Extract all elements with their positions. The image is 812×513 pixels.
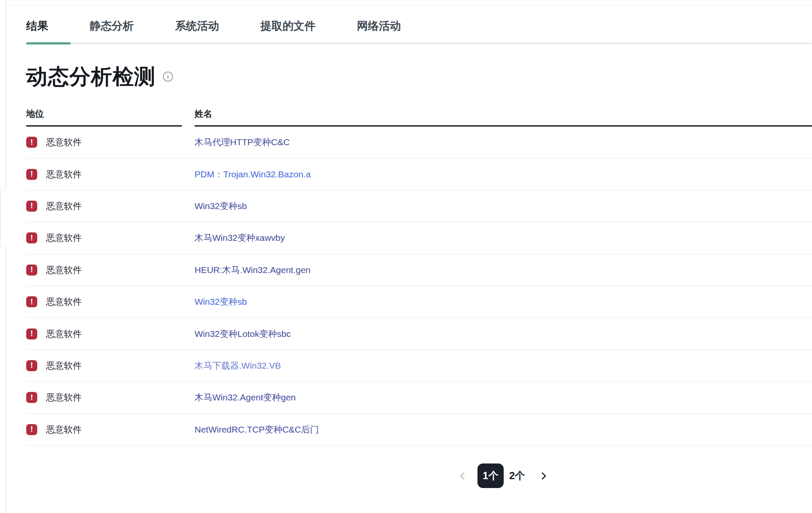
malware-alert-icon: ! bbox=[26, 169, 37, 180]
tab-bar: 结果静态分析系统活动提取的文件网络活动 bbox=[26, 19, 812, 33]
tab-label: 提取的文件 bbox=[261, 19, 315, 32]
status-label: 恶意软件 bbox=[46, 296, 82, 308]
name-cell: Win32变种sb bbox=[195, 296, 812, 308]
detection-name-link[interactable]: 木马Win32.Agent变种gen bbox=[195, 392, 296, 402]
table-body: ! 恶意软件 木马代理HTTP变种C&C ! 恶意软件 PDM：Trojan.W… bbox=[26, 127, 812, 446]
tab-label: 网络活动 bbox=[357, 19, 401, 32]
name-cell: 木马Win32.Agent变种gen bbox=[195, 392, 812, 403]
pagination: 1个2个 bbox=[461, 463, 545, 489]
status-cell: ! 恶意软件 bbox=[26, 424, 182, 436]
status-label: 恶意软件 bbox=[46, 136, 82, 148]
tab-label: 结果 bbox=[26, 19, 48, 32]
pagination-page-button[interactable]: 1个 bbox=[477, 463, 504, 488]
pagination-pages: 1个2个 bbox=[477, 463, 528, 488]
detection-name-link[interactable]: 木马代理HTTP变种C&C bbox=[195, 137, 290, 147]
detection-name-link[interactable]: NetWiredRC.TCP变种C&C后门 bbox=[195, 425, 319, 434]
name-cell: Win32变种Lotok变种sbc bbox=[195, 328, 812, 340]
page-title: 动态分析检测 bbox=[26, 64, 156, 89]
chevron-right-icon bbox=[539, 472, 546, 480]
detection-name-link[interactable]: Win32变种sb bbox=[195, 297, 247, 306]
detection-name-link[interactable]: Win32变种Lotok变种sbc bbox=[195, 329, 291, 339]
table-row: ! 恶意软件 NetWiredRC.TCP变种C&C后门 bbox=[26, 414, 812, 446]
status-cell: ! 恶意软件 bbox=[26, 136, 182, 148]
malware-alert-icon: ! bbox=[26, 232, 37, 243]
status-cell: ! 恶意软件 bbox=[26, 232, 182, 244]
status-label: 恶意软件 bbox=[46, 424, 82, 436]
status-cell: ! 恶意软件 bbox=[26, 296, 182, 308]
malware-alert-icon: ! bbox=[26, 360, 37, 371]
malware-alert-icon: ! bbox=[26, 137, 37, 148]
pagination-page-button[interactable]: 2个 bbox=[506, 463, 528, 488]
info-icon[interactable]: i bbox=[163, 72, 173, 82]
tab-2[interactable]: 系统活动 bbox=[175, 19, 219, 33]
name-cell: PDM：Trojan.Win32.Bazon.a bbox=[195, 168, 812, 180]
malware-alert-icon: ! bbox=[26, 265, 37, 276]
status-cell: ! 恶意软件 bbox=[26, 328, 182, 340]
tab-1[interactable]: 静态分析 bbox=[90, 19, 134, 33]
name-cell: NetWiredRC.TCP变种C&C后门 bbox=[195, 424, 812, 436]
detection-name-link[interactable]: PDM：Trojan.Win32.Bazon.a bbox=[195, 169, 311, 179]
tab-label: 静态分析 bbox=[90, 19, 134, 32]
detection-name-link[interactable]: Win32变种sb bbox=[195, 201, 247, 211]
table-row: ! 恶意软件 木马下载器.Win32.VB bbox=[26, 350, 812, 382]
status-label: 恶意软件 bbox=[46, 328, 82, 340]
table-row: ! 恶意软件 Win32变种sb bbox=[26, 286, 812, 318]
table-row: ! 恶意软件 木马Win32.Agent变种gen bbox=[26, 382, 812, 414]
status-cell: ! 恶意软件 bbox=[26, 200, 182, 212]
name-cell: 木马下载器.Win32.VB bbox=[195, 360, 812, 372]
malware-alert-icon: ! bbox=[26, 201, 37, 212]
table-row: ! 恶意软件 Win32变种sb bbox=[26, 190, 812, 222]
table-header: 地位 姓名 bbox=[26, 108, 812, 127]
name-cell: HEUR:木马.Win32.Agent.gen bbox=[195, 264, 812, 276]
table-row: ! 恶意软件 PDM：Trojan.Win32.Bazon.a bbox=[26, 158, 812, 190]
table-row: ! 恶意软件 HEUR:木马.Win32.Agent.gen bbox=[26, 254, 812, 286]
status-label: 恶意软件 bbox=[46, 168, 82, 180]
status-cell: ! 恶意软件 bbox=[26, 168, 182, 180]
chevron-left-icon bbox=[460, 472, 467, 480]
detection-name-link[interactable]: HEUR:木马.Win32.Agent.gen bbox=[195, 265, 310, 275]
status-label: 恶意软件 bbox=[46, 264, 82, 276]
table-row: ! 恶意软件 木马Win32变种xawvby bbox=[26, 222, 812, 254]
column-header-name: 姓名 bbox=[195, 108, 812, 127]
active-tab-underline bbox=[26, 42, 71, 44]
status-label: 恶意软件 bbox=[46, 232, 82, 244]
tab-4[interactable]: 网络活动 bbox=[357, 19, 401, 33]
tab-3[interactable]: 提取的文件 bbox=[261, 19, 315, 33]
status-label: 恶意软件 bbox=[46, 200, 82, 212]
detection-name-link[interactable]: 木马Win32变种xawvby bbox=[195, 233, 285, 243]
table-row: ! 恶意软件 Win32变种Lotok变种sbc bbox=[26, 318, 812, 350]
tab-0[interactable]: 结果 bbox=[26, 19, 48, 33]
status-cell: ! 恶意软件 bbox=[26, 264, 182, 276]
detections-table: 地位 姓名 ! 恶意软件 木马代理HTTP变种C&C ! 恶意软件 PDM：Tr… bbox=[26, 108, 812, 446]
status-label: 恶意软件 bbox=[46, 360, 82, 372]
name-cell: 木马Win32变种xawvby bbox=[195, 232, 812, 244]
pagination-prev-button[interactable] bbox=[461, 473, 466, 479]
status-cell: ! 恶意软件 bbox=[26, 360, 182, 372]
detection-name-link[interactable]: 木马下载器.Win32.VB bbox=[195, 361, 281, 370]
name-cell: 木马代理HTTP变种C&C bbox=[195, 136, 812, 148]
malware-alert-icon: ! bbox=[26, 424, 37, 435]
heading-row: 动态分析检测 i bbox=[26, 64, 173, 89]
top-divider bbox=[6, 5, 812, 6]
left-panel-divider bbox=[5, 0, 6, 513]
malware-alert-icon: ! bbox=[26, 296, 37, 307]
panel-notch bbox=[0, 189, 7, 247]
table-row: ! 恶意软件 木马代理HTTP变种C&C bbox=[26, 127, 812, 158]
name-cell: Win32变种sb bbox=[195, 200, 812, 212]
malware-alert-icon: ! bbox=[26, 392, 37, 403]
malware-alert-icon: ! bbox=[26, 328, 37, 339]
status-label: 恶意软件 bbox=[46, 392, 82, 403]
column-header-status: 地位 bbox=[26, 108, 182, 127]
tab-track bbox=[26, 42, 812, 44]
tab-label: 系统活动 bbox=[175, 19, 219, 32]
status-cell: ! 恶意软件 bbox=[26, 392, 182, 403]
pagination-next-button[interactable] bbox=[540, 473, 545, 479]
